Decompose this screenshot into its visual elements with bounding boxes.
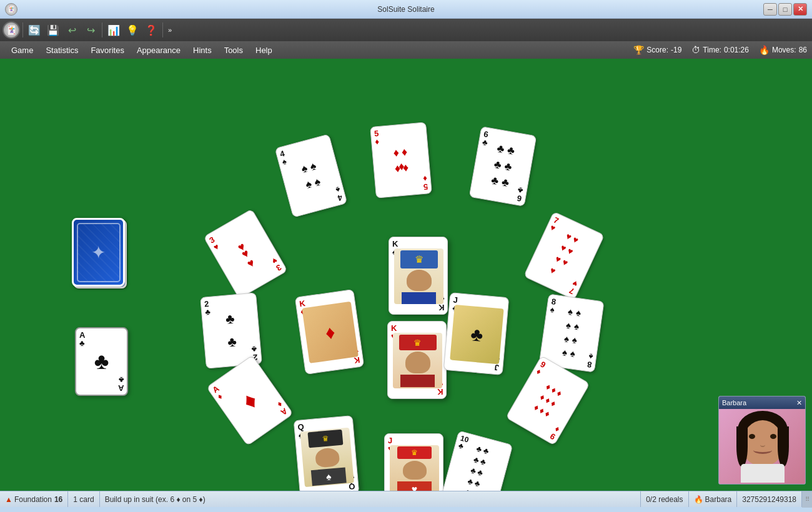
8s-corner-br: 8♠ <box>587 352 593 369</box>
menu-tools[interactable]: Tools <box>218 43 249 57</box>
toolbar-help-button[interactable]: ❓ <box>142 21 160 39</box>
maximize-button[interactable]: □ <box>778 3 792 16</box>
status-bar-gripper[interactable]: ⠿ <box>802 491 812 508</box>
card-jack-clubs[interactable]: J♣ J♣ ♣ <box>443 292 510 375</box>
avatar-face-skin <box>743 420 783 465</box>
jh-robe: ♥ <box>397 481 432 491</box>
6c-pips: ♣♣♣♣♣♣ <box>490 142 516 190</box>
card-king-hearts[interactable]: K♥ K♥ ♛ <box>387 321 447 399</box>
moves-display: 🔥 Moves: 86 <box>759 45 807 55</box>
foundation-icon: ▲ <box>5 495 12 504</box>
menu-game[interactable]: Game <box>5 43 39 57</box>
status-build-rule: Build up in suit (ex. 6 ♦ on 5 ♦) <box>100 491 641 507</box>
toolbar-redo-button[interactable]: ↪ <box>82 21 99 39</box>
player-icon: 🔥 <box>694 495 703 504</box>
status-seed: 3275291249318 <box>737 491 802 507</box>
4s-corner-tl: 4♠ <box>279 149 288 166</box>
title-bar: 🃏 SolSuite Solitaire ─ □ ✕ <box>0 0 812 19</box>
moves-label: Moves: <box>772 46 796 54</box>
player-avatar-panel: Barbara ✕ <box>718 396 806 485</box>
menu-bar: Game Statistics Favorites Appearance Hin… <box>0 41 812 59</box>
cards-count-label: 1 card <box>73 495 94 504</box>
deck-card-top[interactable]: ✦ <box>72 218 125 287</box>
menu-appearance[interactable]: Appearance <box>131 43 187 57</box>
card-5-diamonds[interactable]: 5♦ 5♦ ♦♦♦♦ ♦ <box>370 122 432 198</box>
card-queen-spades[interactable]: Q♠ Q♠ ♛ ♠ <box>294 415 360 491</box>
avatar-hair-right <box>778 426 789 467</box>
avatar-nose <box>760 442 765 447</box>
8s-corner-tl: 8♠ <box>550 297 557 314</box>
qs-face-skin <box>314 447 339 468</box>
minimize-button[interactable]: ─ <box>763 3 777 16</box>
menu-hints[interactable]: Hints <box>187 43 218 57</box>
card-10-clubs[interactable]: 10♣ 10♣ ♣♣♣♣♣♣♣♣♣♣ <box>440 430 513 491</box>
card-king-diamonds[interactable]: K♦ K♦ ♦ <box>295 289 364 375</box>
ad-center-pip: ♦ <box>237 386 263 415</box>
toolbar-new-button[interactable]: 🔄 <box>26 21 43 39</box>
toolbar-undo-button[interactable]: ↩ <box>63 21 81 39</box>
close-button[interactable]: ✕ <box>793 3 807 16</box>
qs-crown: ♛ <box>307 430 343 448</box>
time-label: Time: <box>703 46 721 54</box>
3h-corner-tl: 3♥ <box>208 235 220 252</box>
card-6-clubs[interactable]: 6♣ 6♣ ♣♣♣♣♣♣ <box>469 126 537 207</box>
app-logo-button[interactable]: 🃏 <box>2 21 20 39</box>
7h-pips: ♥♥♥♥♥♥♥ <box>548 230 580 279</box>
ace-center-pip: ♣ <box>94 348 109 375</box>
score-value: -19 <box>671 46 681 54</box>
kh-face: ♛ <box>393 333 442 388</box>
ad-corner-br: A♦ <box>274 400 289 417</box>
ace-clubs-card[interactable]: A♣ A♣ ♣ <box>75 327 128 396</box>
foundation-label: Foundation <box>14 495 52 504</box>
toolbar-hint-button[interactable]: 💡 <box>124 21 141 39</box>
avatar-face-container <box>731 411 794 483</box>
toolbar-stats-button[interactable]: 📊 <box>105 21 122 39</box>
deck-card-symbol: ✦ <box>91 242 106 263</box>
10c-pips: ♣♣♣♣♣♣♣♣♣♣ <box>464 443 490 491</box>
toolbar-extra: » <box>168 26 172 34</box>
build-rule-text: Build up in suit (ex. 6 ♦ on 5 ♦) <box>105 495 205 504</box>
card-7-hearts[interactable]: 7♥ 7♥ ♥♥♥♥♥♥♥ <box>523 211 605 300</box>
4s-pips: ♠♠♠♠ <box>300 159 322 192</box>
score-area: 🏆 Score: -19 ⏱ Time: 0:01:26 🔥 Moves: 86 <box>633 45 807 55</box>
avatar-titlebar: Barbara ✕ <box>719 396 805 409</box>
menu-favorites[interactable]: Favorites <box>84 43 130 57</box>
ks-crown: ♛ <box>400 250 438 268</box>
9d-corner-tl: 9♦ <box>535 360 547 377</box>
toolbar: 🃏 🔄 💾 ↩ ↪ 📊 💡 ❓ » <box>0 19 812 41</box>
title-bar-left: 🃏 <box>5 3 17 16</box>
2c-pip-bot: ♣ <box>227 333 237 350</box>
redeals-text: 0/2 redeals <box>646 495 683 504</box>
player-name: Barbara <box>705 495 732 504</box>
toolbar-sep-1 <box>22 22 23 37</box>
jh-face-skin <box>403 461 427 480</box>
4s-corner-br: 4♠ <box>335 185 344 202</box>
toolbar-save-button[interactable]: 💾 <box>44 21 62 39</box>
window-title: SolSuite Solitaire <box>377 5 434 14</box>
seed-text: 3275291249318 <box>742 495 796 504</box>
menu-help[interactable]: Help <box>249 43 279 57</box>
jh-hat: ♛ <box>397 446 432 459</box>
card-ace-diamonds[interactable]: A♦ A♦ ♦ <box>206 355 294 446</box>
toolbar-sep-2 <box>102 22 102 37</box>
9d-corner-br: 9♦ <box>548 425 560 441</box>
card-king-spades[interactable]: K♠ K♠ ♛ <box>389 237 448 315</box>
game-area[interactable]: ✦ A♣ A♣ ♣ 5♦ 5♦ ♦♦♦♦ ♦ 6♣ 6♣ ♣♣♣♣♣♣ 4♠ 4… <box>0 59 812 491</box>
5d-corner-br: 5♦ <box>422 175 428 192</box>
app-icon: 🃏 <box>5 3 17 16</box>
8s-pips: ♠♠♠♠♠♠♠♠ <box>562 305 582 358</box>
score-label: Score: <box>646 46 668 54</box>
qs-robe: ♠ <box>311 467 347 486</box>
avatar-close-button[interactable]: ✕ <box>796 399 802 407</box>
kh-robe <box>400 375 435 387</box>
status-bar: ▲ Foundation 16 1 card Build up in suit … <box>0 491 812 507</box>
menu-statistics[interactable]: Statistics <box>39 43 84 57</box>
clock-icon: ⏱ <box>691 45 700 55</box>
qs-face: ♛ ♠ <box>300 428 354 488</box>
10c-corner-tl: 10♣ <box>458 435 470 451</box>
avatar-eye-right <box>770 434 776 439</box>
status-foundation: ▲ Foundation 16 <box>0 491 68 507</box>
card-jack-hearts[interactable]: J♥ J♥ ♛ ♥ <box>384 433 443 491</box>
card-3-hearts[interactable]: 3♥ 3♥ ♥ ♥ ♥ <box>203 209 287 299</box>
card-4-spades[interactable]: 4♠ 4♠ ♠♠♠♠ <box>275 134 348 217</box>
